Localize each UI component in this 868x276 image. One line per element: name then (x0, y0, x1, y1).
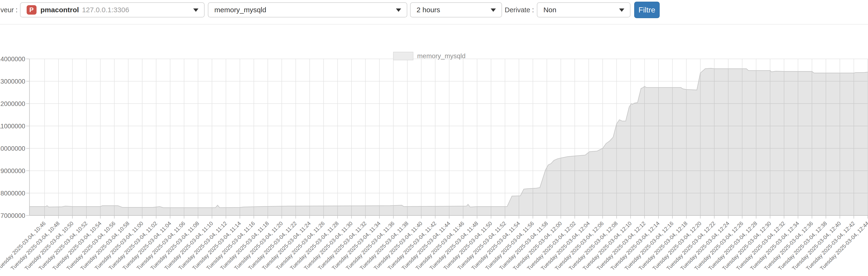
y-axis-tick-label: 8000000 (0, 190, 25, 197)
chart-legend: memory_mysqld (393, 52, 465, 60)
series-area-memory-mysqld (29, 68, 868, 215)
memory-usage-area-chart: 7000000800000090000001000000011000000120… (0, 0, 868, 276)
legend-series-label: memory_mysqld (417, 52, 465, 60)
x-axis-tick-label: Tuesday 2025-03-04, 10:46 (0, 220, 47, 272)
legend-swatch (393, 52, 413, 60)
y-axis-tick-label: 13000000 (0, 78, 25, 85)
y-axis-tick-label: 7000000 (0, 212, 25, 219)
pmacontrol-monitoring-page: veur : P pmacontrol 127.0.0.1:3306 memor… (0, 0, 868, 276)
y-axis-tick-label: 10000000 (0, 145, 25, 152)
y-axis-tick-label: 11000000 (0, 123, 25, 130)
y-axis-tick-label: 14000000 (0, 56, 25, 63)
y-axis-tick-label: 9000000 (0, 167, 25, 174)
y-axis-tick-label: 12000000 (0, 100, 25, 107)
